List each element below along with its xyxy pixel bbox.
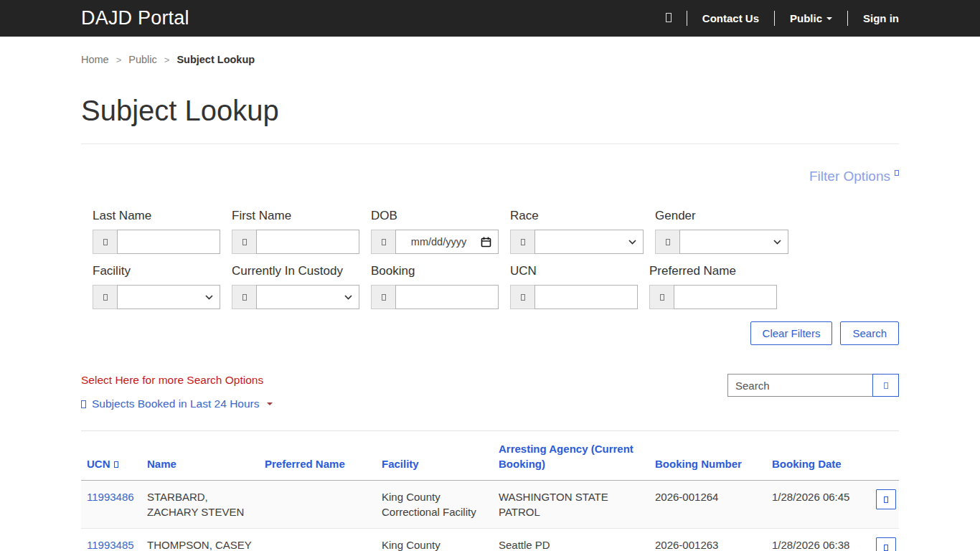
top-navbar: DAJD Portal Contact Us Public Sign in (0, 0, 980, 37)
navbar-search-icon[interactable] (666, 12, 672, 25)
navbar-divider (847, 11, 848, 26)
ucn-link[interactable]: 11993485 (87, 539, 134, 551)
chevron-down-icon (628, 240, 636, 245)
table-row: 11993485 THOMPSON, CASEY T King County C… (81, 529, 899, 551)
search-icon (884, 382, 888, 389)
preferred-name-cell (259, 529, 376, 551)
calendar-addon-icon (371, 230, 395, 254)
custody-addon-icon (232, 285, 256, 309)
booking-date-cell: 1/28/2026 06:45 (766, 481, 870, 529)
filter-options-toggle[interactable]: Filter Options (809, 169, 899, 184)
person-icon (232, 230, 256, 254)
preferred-name-label: Preferred Name (649, 264, 777, 278)
column-header-facility[interactable]: Facility (376, 431, 493, 481)
facility-label: Facility (93, 264, 220, 278)
column-header-booking-number[interactable]: Booking Number (649, 431, 766, 481)
subjects-booked-24h-dropdown[interactable]: Subjects Booked in Last 24 Hours (81, 397, 273, 410)
table-search-go-button[interactable] (872, 374, 899, 397)
results-table: UCN Name Preferred Name Facility Arresti… (81, 430, 899, 551)
first-name-input[interactable] (256, 230, 359, 254)
table-row: 11993486 STARBARD, ZACHARY STEVEN King C… (81, 481, 899, 529)
person-icon (93, 230, 117, 254)
nav-sign-in[interactable]: Sign in (863, 12, 899, 24)
breadcrumb-current: Subject Lookup (176, 54, 255, 65)
preferred-name-input[interactable] (674, 285, 777, 309)
detail-icon (884, 545, 888, 551)
chevron-down-icon (773, 240, 781, 245)
booking-date-cell: 1/28/2026 06:38 (766, 529, 870, 551)
column-header-preferred-name[interactable]: Preferred Name (259, 431, 376, 481)
search-button[interactable]: Search (840, 321, 899, 345)
row-detail-button[interactable] (876, 537, 896, 551)
column-header-name[interactable]: Name (141, 431, 259, 481)
arresting-agency-cell: WASHINGTON STATE PATROL (493, 481, 649, 529)
more-search-options-link[interactable]: Select Here for more Search Options (81, 374, 273, 387)
breadcrumb: Home > Public > Subject Lookup (81, 37, 899, 65)
gender-label: Gender (655, 209, 788, 223)
chevron-down-icon (267, 402, 273, 405)
person-icon (649, 285, 674, 309)
ucn-addon-icon (510, 285, 534, 309)
breadcrumb-separator: > (164, 55, 170, 65)
last-name-input[interactable] (117, 230, 220, 254)
column-header-arresting-agency[interactable]: Arresting Agency (Current Booking) (493, 431, 649, 481)
title-divider (81, 143, 899, 144)
building-icon (93, 285, 117, 309)
column-header-ucn[interactable]: UCN (81, 431, 141, 481)
arresting-agency-cell: Seattle PD (493, 529, 649, 551)
facility-cell: King County Correctional Facility (376, 481, 493, 529)
facility-select[interactable] (117, 285, 220, 309)
sort-icon (114, 461, 118, 468)
table-header-row: UCN Name Preferred Name Facility Arresti… (81, 431, 899, 481)
filter-row-2: Facility Currently In Custody Booking (81, 264, 899, 309)
list-icon (81, 400, 86, 408)
page-title: Subject Lookup (81, 94, 899, 127)
clear-filters-button[interactable]: Clear Filters (750, 321, 833, 345)
nav-contact-us[interactable]: Contact Us (702, 12, 759, 24)
column-header-booking-date[interactable]: Booking Date (766, 431, 870, 481)
navbar-divider (774, 11, 775, 26)
detail-icon (884, 496, 888, 503)
breadcrumb-separator: > (116, 55, 122, 65)
first-name-label: First Name (232, 209, 359, 223)
breadcrumb-public[interactable]: Public (128, 54, 157, 65)
name-cell: STARBARD, ZACHARY STEVEN (141, 481, 259, 529)
gender-addon-icon (655, 230, 679, 254)
filter-toggle-icon (895, 170, 899, 176)
dob-label: DOB (371, 209, 499, 223)
booking-label: Booking (371, 264, 499, 278)
name-cell: THOMPSON, CASEY T (141, 529, 259, 551)
race-select[interactable] (534, 230, 644, 254)
filter-row-1: Last Name First Name DOB mm/dd/yyyy (81, 209, 899, 254)
chevron-down-icon (205, 295, 213, 300)
ucn-input[interactable] (534, 285, 638, 309)
booking-input[interactable] (395, 285, 499, 309)
last-name-label: Last Name (93, 209, 220, 223)
dob-date-input[interactable]: mm/dd/yyyy (395, 230, 499, 254)
booking-number-cell: 2026-001264 (649, 481, 766, 529)
booking-addon-icon (371, 285, 395, 309)
row-detail-button[interactable] (876, 489, 896, 509)
table-search-input[interactable] (727, 374, 873, 397)
preferred-name-cell (259, 481, 376, 529)
currently-in-custody-select[interactable] (256, 285, 359, 309)
currently-in-custody-label: Currently In Custody (232, 264, 359, 278)
ucn-link[interactable]: 11993486 (87, 491, 134, 503)
facility-cell: King County Correctional Facility (376, 529, 493, 551)
chevron-down-icon (344, 295, 352, 300)
chevron-down-icon (826, 17, 832, 20)
brand-title[interactable]: DAJD Portal (81, 7, 189, 29)
race-addon-icon (510, 230, 534, 254)
nav-public-dropdown[interactable]: Public (790, 12, 832, 24)
navbar-divider (687, 11, 687, 26)
breadcrumb-home[interactable]: Home (81, 54, 109, 65)
gender-select[interactable] (679, 230, 788, 254)
ucn-label: UCN (510, 264, 638, 278)
booking-number-cell: 2026-001263 (649, 529, 766, 551)
column-header-actions (870, 431, 899, 481)
race-label: Race (510, 209, 644, 223)
calendar-icon[interactable] (481, 237, 491, 248)
